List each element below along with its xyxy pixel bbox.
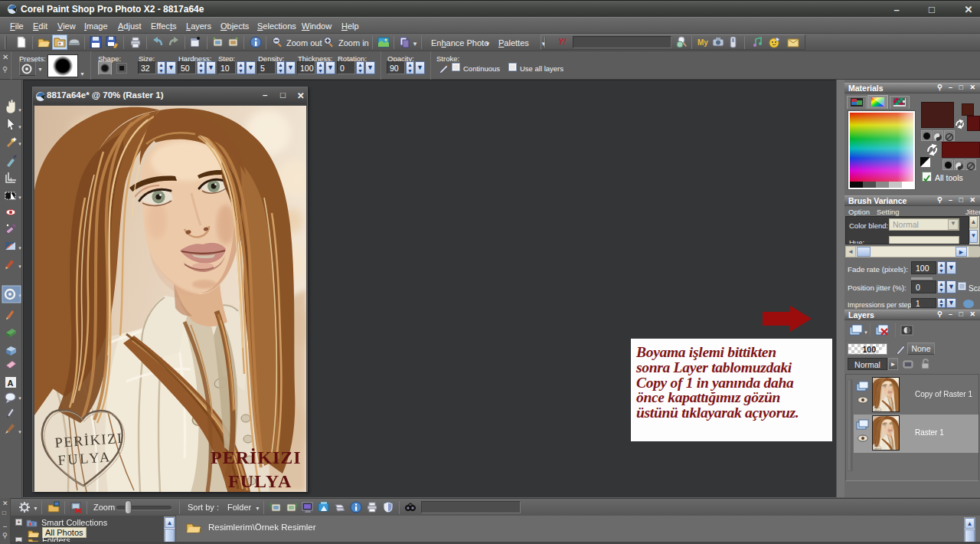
svg-text:▼: ▼ (18, 142, 22, 146)
svg-text:▼: ▼ (18, 195, 22, 200)
svg-text:▼: ▼ (18, 125, 22, 129)
svg-text:▼: ▼ (18, 293, 22, 298)
svg-text:▼: ▼ (18, 430, 22, 434)
svg-text:▼: ▼ (18, 396, 22, 401)
svg-text:4: 4 (9, 177, 12, 182)
svg-text:▼: ▼ (18, 108, 22, 113)
svg-text:▼: ▼ (18, 264, 22, 269)
svg-text:A: A (8, 379, 14, 388)
svg-text:▼: ▼ (18, 246, 22, 251)
svg-text:▼: ▼ (864, 330, 867, 335)
